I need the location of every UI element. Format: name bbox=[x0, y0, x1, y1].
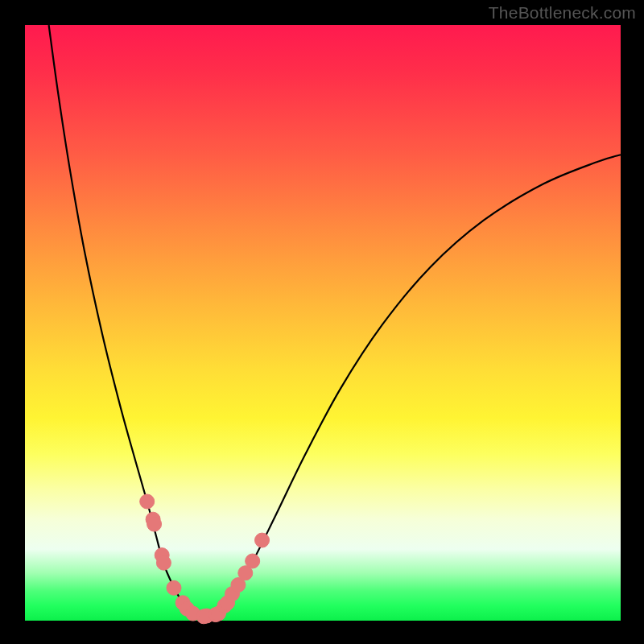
plot-overlay-svg bbox=[25, 25, 621, 621]
highlighted-point bbox=[140, 494, 155, 509]
highlighted-point bbox=[156, 555, 171, 570]
highlighted-point bbox=[246, 554, 260, 568]
watermark-label: TheBottleneck.com bbox=[489, 3, 636, 23]
highlighted-point bbox=[255, 533, 270, 547]
highlighted-point bbox=[147, 517, 162, 531]
highlighted-points-group bbox=[140, 494, 270, 624]
chart-stage: TheBottleneck.com bbox=[0, 0, 644, 644]
highlighted-point bbox=[167, 580, 181, 595]
bottleneck-curve bbox=[49, 25, 621, 617]
